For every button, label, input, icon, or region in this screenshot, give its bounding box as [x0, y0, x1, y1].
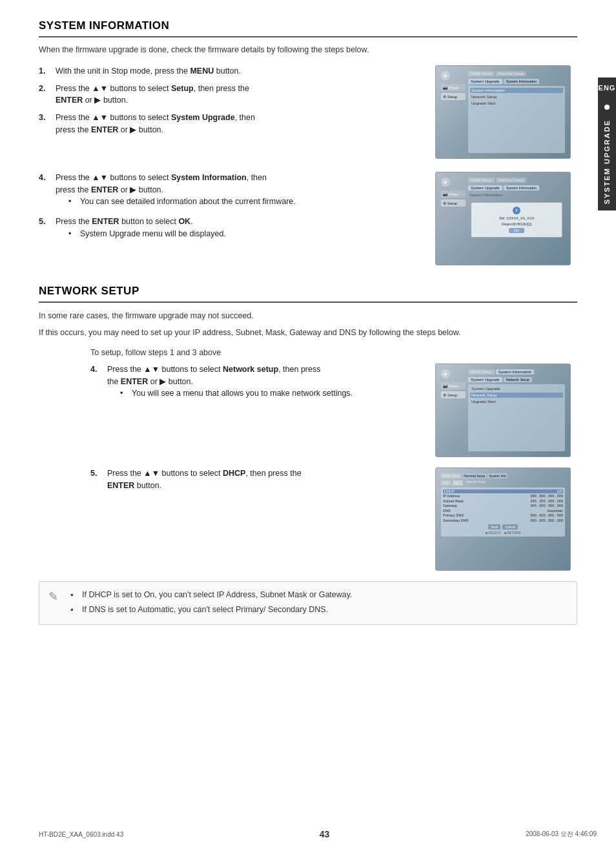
screen3-tab-sysinfo: System Information	[496, 369, 535, 374]
screen4-dhcp-label: DHCP	[444, 489, 455, 493]
screen1-tab-parental: Parental Setup	[496, 71, 527, 76]
page-number: 43	[320, 829, 330, 839]
screen4-subnet-row: Subnet Mask 255 . 255 . 255 . 000	[443, 499, 563, 503]
screen2-nav-photo: 📷 Photo	[441, 190, 466, 198]
step-3-enter: ENTER	[91, 125, 118, 134]
screen4-sdns-label: Secondary DNS	[443, 518, 468, 522]
screen4-nav-setup: Se...	[453, 480, 463, 486]
screen2-text2: RegionID:BD2E[Q]	[502, 222, 531, 226]
step-4-number: 4.	[39, 172, 52, 210]
screen-1-container: ▶ 📷 Photo ⚙ Setup HDMI Setup Parental Se…	[435, 65, 577, 159]
network-step-4-number: 4.	[90, 364, 103, 402]
screen4-dhcp-row: DHCP Off	[443, 489, 563, 493]
screen4-save-btn[interactable]: Save	[488, 524, 500, 529]
screen4-gateway-label: Gateway	[443, 504, 457, 508]
network-intro-1: In some rare cases, the firmware upgrade…	[39, 309, 577, 322]
section-network-setup: NETWORK SETUP In some rare cases, the fi…	[39, 285, 577, 625]
network-step-5: 5. Press the ▲▼ buttons to select DHCP, …	[90, 467, 422, 492]
note-text-2: If DNS is set to Automatic, you can't se…	[82, 603, 328, 616]
step-4-content: Press the ▲▼ buttons to select System In…	[56, 172, 422, 210]
step-3-bold: System Upgrade	[171, 113, 235, 122]
screen-3-container: ▶ 📷 Photo ⚙ Setup HDMI Setup System Info…	[435, 364, 577, 457]
steps-block-1: 1. With the unit in Stop mode, press the…	[39, 65, 577, 159]
step-1-bold: MENU	[190, 67, 214, 76]
screen2-text1: SW: XXXXX_XX_XXX	[499, 216, 535, 220]
page-container: ENG SYSTEM UPGRADE SYSTEM INFORMATION Wh…	[0, 0, 616, 851]
section-heading-network: NETWORK SETUP	[39, 285, 577, 303]
step-4-enter: ENTER	[91, 185, 118, 194]
screen4-cancel-btn[interactable]: Cancel	[502, 524, 518, 529]
screen4-bottom-bar: ■ SELECT ■ RETURN	[443, 531, 563, 535]
step-2: 2. Press the ▲▼ buttons to select Setup,…	[39, 83, 422, 107]
screen4-ip-value: 000 . 000 . 000 . 000	[531, 494, 563, 498]
step-4-bullet-text: You can see detailed information about t…	[80, 196, 296, 208]
screen4-dns-label: DNS	[443, 509, 451, 513]
screen1-tab-sysupgrade: System Upgrade	[468, 79, 502, 84]
step-5-bullet-text: System Upgrade menu will be displayed.	[80, 228, 226, 240]
screen1-tab-sysinfo: System Information	[504, 79, 539, 84]
screen4-netsetup-label: Network Setup	[466, 480, 486, 486]
network-step-5-number: 5.	[90, 467, 103, 492]
step-2-number: 2.	[39, 83, 52, 107]
steps-block-2: 4. Press the ▲▼ buttons to select System…	[39, 172, 577, 265]
screen4-dns-value: Automatic	[548, 509, 563, 513]
screen-1: ▶ 📷 Photo ⚙ Setup HDMI Setup Parental Se…	[435, 65, 571, 159]
screen4-tab-sysinfo: System Info	[488, 473, 507, 478]
step-4: 4. Press the ▲▼ buttons to select System…	[39, 172, 422, 210]
steps-left-2: 4. Press the ▲▼ buttons to select System…	[39, 172, 422, 265]
screen4-tab-hdmi: HDMI Setup	[441, 473, 461, 478]
screen4-pdns-value: 000 . 000 . 000 . 000	[531, 513, 563, 517]
screen2-ok-btn[interactable]: OK	[509, 228, 524, 233]
note-line-2: ▪ If DNS is set to Automatic, you can't …	[70, 603, 353, 616]
screen3-menu-upgrade: Upgrade Start	[470, 399, 563, 404]
screen2-dialog: i SW: XXXXX_XX_XXX RegionID:BD2E[Q] OK	[471, 202, 562, 238]
screen3-menu-netsetup: Network Setup	[470, 393, 563, 398]
step-1-number: 1.	[39, 65, 52, 77]
step-5-enter: ENTER	[92, 217, 119, 226]
step-5-ok: OK	[178, 217, 190, 226]
screen4-dns-row: DNS Automatic	[443, 509, 563, 513]
screen3-nav-photo: 📷 Photo	[441, 382, 466, 389]
lang-label: ENG	[599, 84, 616, 92]
step-5: 5. Press the ENTER button to select OK. …	[39, 216, 422, 243]
side-tab-label: SYSTEM UPGRADE	[603, 119, 611, 204]
screen1-menu-sysinfo: System Information	[470, 88, 563, 93]
net-step5-bold: DHCP	[223, 469, 245, 478]
screen1-nav-setup: ⚙ Setup	[441, 93, 466, 100]
step-4-bullet-1: • You can see detailed information about…	[68, 196, 422, 208]
screen4-gateway-value: 000 . 000 . 000 . 000	[531, 504, 563, 508]
screen2-tab-parental: Parental Setup	[496, 178, 527, 183]
screen4-subnet-value: 255 . 255 . 255 . 000	[531, 499, 563, 503]
net-step5-enter: ENTER	[107, 481, 134, 490]
to-setup-text: To setup, follow steps 1 and 3 above	[90, 348, 577, 357]
screen4-sdns-value: 000 . 000 . 000 . 000	[531, 518, 563, 522]
note-box: ✎ ▪ If DHCP is set to On, you can't sele…	[39, 581, 577, 625]
side-dot	[604, 105, 610, 110]
screen1-menu-upgrade: Upgrade Start	[470, 101, 563, 106]
net-step4-bullet-text: You will see a menu that allows you to m…	[132, 387, 353, 400]
screen4-tab-parental: Parental Setup	[462, 473, 486, 478]
screen2-nav-setup: ⚙ Setup	[441, 200, 466, 207]
screen-2-container: ▶ 📷 Photo ⚙ Setup HDMI Setup Parental Se…	[435, 172, 577, 265]
network-step4-left: 4. Press the ▲▼ buttons to select Networ…	[90, 364, 422, 457]
note-line-1: ▪ If DHCP is set to On, you can't select…	[70, 588, 353, 601]
step-2-content: Press the ▲▼ buttons to select Setup, th…	[56, 83, 422, 107]
net-step4-enter: ENTER	[121, 377, 148, 386]
network-step-4-content: Press the ▲▼ buttons to select Network s…	[107, 364, 422, 402]
screen4-pdns-label: Primary DNS	[443, 513, 464, 517]
step-5-bullet-1: • System Upgrade menu will be displayed.	[68, 228, 422, 240]
network-step4-block: 4. Press the ▲▼ buttons to select Networ…	[90, 364, 577, 457]
step-1: 1. With the unit in Stop mode, press the…	[39, 65, 422, 77]
section-heading-system-info: SYSTEM INFORMATION	[39, 19, 577, 37]
side-tab: ENG SYSTEM UPGRADE	[598, 77, 616, 210]
screen3-menu-sysupgrade: System Upgrade	[470, 386, 563, 391]
note-content: ▪ If DHCP is set to On, you can't select…	[70, 588, 353, 618]
network-step5-left: 5. Press the ▲▼ buttons to select DHCP, …	[90, 467, 422, 571]
screen3-nav-setup: ⚙ Setup	[441, 391, 466, 398]
screen3-tab-sysupgrade: System Upgrade	[468, 377, 502, 382]
screen2-subtitle: System Information	[468, 192, 565, 198]
screen2-tab-sysinfo: System Information	[504, 185, 539, 190]
screen-3: ▶ 📷 Photo ⚙ Setup HDMI Setup System Info…	[435, 364, 571, 457]
screen4-ip-label: IP Address	[443, 494, 460, 498]
step-2-bold: Setup	[171, 84, 194, 93]
